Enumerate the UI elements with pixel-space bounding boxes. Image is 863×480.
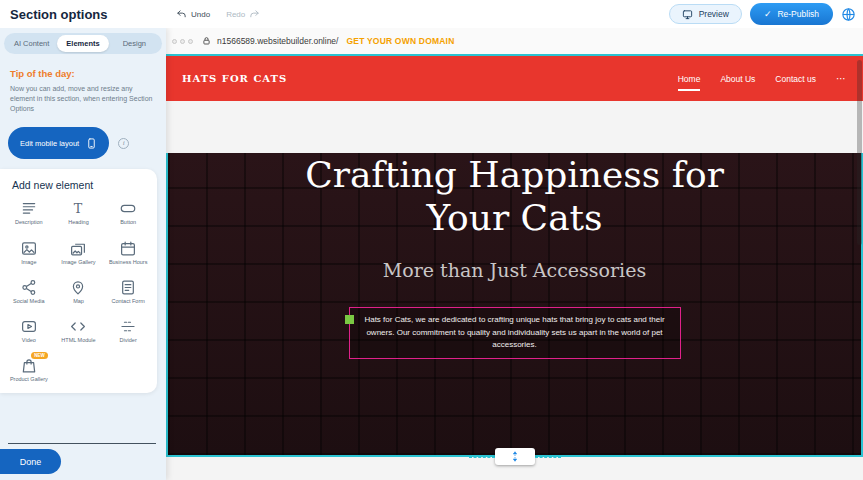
add-element-divider[interactable]: Divider xyxy=(103,318,153,344)
language-globe-icon[interactable] xyxy=(841,6,857,22)
add-new-element-panel: Add new element Description T Heading Bu… xyxy=(0,169,157,393)
element-drag-handle[interactable] xyxy=(345,315,354,324)
video-icon xyxy=(19,318,39,335)
site-header: HATS FOR CATS Home About Us Contact us ⋯ xyxy=(166,56,863,101)
image-gallery-icon xyxy=(68,240,88,257)
section-options-sidebar: AI Content Elements Design Tip of the da… xyxy=(0,28,166,480)
heading-icon: T xyxy=(68,200,88,217)
social-media-icon xyxy=(19,279,39,296)
divider-icon xyxy=(118,318,138,335)
hero-heading[interactable]: Crafting Happiness for Your Cats xyxy=(290,153,740,239)
add-element-button[interactable]: Button xyxy=(103,200,153,226)
add-element-social-media[interactable]: Social Media xyxy=(4,279,54,305)
editor-canvas: n1566589.websitebuilder.online/ GET YOUR… xyxy=(166,28,863,480)
window-dot-icon xyxy=(188,39,193,44)
contact-form-icon xyxy=(118,279,138,296)
page-title: Section options xyxy=(0,7,108,22)
history-controls: Undo Redo xyxy=(176,0,260,28)
description-icon xyxy=(19,200,39,217)
hero-paragraph: Hats for Cats, we are dedicated to craft… xyxy=(360,314,670,351)
sidebar-divider xyxy=(8,443,156,444)
window-dot-icon xyxy=(180,39,185,44)
phone-icon xyxy=(86,136,97,151)
tab-design[interactable]: Design xyxy=(109,35,160,52)
nav-about-us[interactable]: About Us xyxy=(720,74,755,84)
preview-button[interactable]: Preview xyxy=(669,4,742,24)
add-element-contact-form[interactable]: Contact Form xyxy=(103,279,153,305)
svg-text:T: T xyxy=(74,201,83,216)
nav-more-icon[interactable]: ⋯ xyxy=(836,73,847,84)
site-nav: Home About Us Contact us ⋯ xyxy=(678,73,847,84)
nav-home[interactable]: Home xyxy=(678,74,701,91)
add-element-image[interactable]: Image xyxy=(4,240,54,266)
republish-label: Re-Publish xyxy=(777,9,819,19)
undo-label: Undo xyxy=(191,10,210,19)
add-element-html-module[interactable]: HTML Module xyxy=(54,318,104,344)
product-gallery-icon xyxy=(19,357,39,374)
hero-section-selected[interactable]: Crafting Happiness for Your Cats More th… xyxy=(166,153,863,457)
monitor-icon xyxy=(682,9,693,20)
preview-label: Preview xyxy=(699,9,729,19)
add-element-description[interactable]: Description xyxy=(4,200,54,226)
done-button[interactable]: Done xyxy=(0,449,61,474)
add-element-image-gallery[interactable]: Image Gallery xyxy=(54,240,104,266)
browser-bar: n1566589.websitebuilder.online/ GET YOUR… xyxy=(166,28,863,54)
add-element-map[interactable]: Map xyxy=(54,279,104,305)
undo-button[interactable]: Undo xyxy=(176,9,210,20)
hero-text-box[interactable]: Hats for Cats, we are dedicated to craft… xyxy=(349,307,681,358)
top-bar: Section options Undo Redo Preview ✓ Re-P… xyxy=(0,0,863,28)
element-grid: Description T Heading Button Image Image… xyxy=(0,200,157,383)
section-resize-handle[interactable] xyxy=(495,448,535,465)
lock-icon xyxy=(202,36,211,46)
new-badge: NEW xyxy=(31,352,48,359)
undo-icon xyxy=(176,9,187,20)
tip-title: Tip of the day: xyxy=(10,68,156,79)
scrollbar-thumb[interactable] xyxy=(857,60,862,245)
add-element-business-hours[interactable]: Business Hours xyxy=(103,240,153,266)
window-dot-icon xyxy=(172,39,177,44)
redo-label: Redo xyxy=(226,10,245,19)
tab-ai-content[interactable]: AI Content xyxy=(6,35,57,52)
map-pin-icon xyxy=(68,279,88,296)
add-element-heading[interactable]: T Heading xyxy=(54,200,104,226)
info-icon[interactable]: i xyxy=(118,138,129,149)
site-preview: HATS FOR CATS Home About Us Contact us ⋯… xyxy=(166,54,863,480)
tip-body: Now you can add, move and resize any ele… xyxy=(10,84,156,113)
html-module-icon xyxy=(68,318,88,335)
site-logo[interactable]: HATS FOR CATS xyxy=(182,73,287,84)
edit-mobile-layout-button[interactable]: Edit mobile layout xyxy=(8,127,109,159)
add-element-video[interactable]: Video xyxy=(4,318,54,344)
tab-elements[interactable]: Elements xyxy=(57,35,108,52)
site-url: n1566589.websitebuilder.online/ xyxy=(217,36,338,46)
nav-contact-us[interactable]: Contact us xyxy=(775,74,816,84)
hero-subheading[interactable]: More than Just Accessories xyxy=(168,259,861,281)
top-actions: Preview ✓ Re-Publish xyxy=(669,0,857,28)
image-icon xyxy=(19,240,39,257)
button-icon xyxy=(118,200,138,217)
edit-mobile-row: Edit mobile layout i xyxy=(8,127,166,159)
republish-button[interactable]: ✓ Re-Publish xyxy=(750,3,833,25)
tip-of-the-day: Tip of the day: Now you can add, move an… xyxy=(0,54,166,113)
add-panel-title: Add new element xyxy=(0,179,157,191)
sidebar-tabs: AI Content Elements Design xyxy=(4,33,162,54)
get-own-domain-link[interactable]: GET YOUR OWN DOMAIN xyxy=(346,36,454,46)
redo-button[interactable]: Redo xyxy=(226,9,260,20)
redo-icon xyxy=(249,9,260,20)
add-element-product-gallery[interactable]: NEW Product Gallery xyxy=(4,357,54,383)
edit-mobile-label: Edit mobile layout xyxy=(20,139,79,148)
business-hours-icon xyxy=(118,240,138,257)
check-icon: ✓ xyxy=(764,9,772,19)
